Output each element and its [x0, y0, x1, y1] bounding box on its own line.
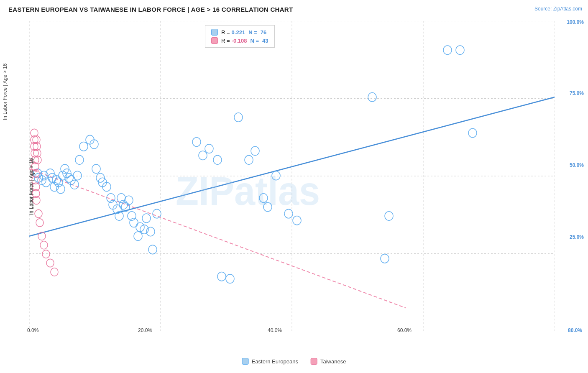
- svg-point-64: [251, 146, 259, 155]
- svg-point-94: [42, 250, 50, 258]
- svg-point-55: [153, 209, 161, 218]
- y-axis-75: 75.0%: [570, 90, 584, 96]
- eastern-label: Eastern Europeans: [252, 358, 298, 365]
- chart-title: EASTERN EUROPEAN VS TAIWANESE IN LABOR F…: [8, 6, 293, 13]
- legend-n-val-1: 76: [261, 29, 266, 36]
- svg-point-93: [40, 241, 48, 249]
- x-axis-20: 20.0%: [138, 327, 152, 333]
- svg-point-74: [456, 46, 464, 54]
- legend-n-label-2: N =: [250, 38, 259, 44]
- taiwanese-label: Taiwanese: [320, 358, 346, 365]
- svg-point-57: [199, 151, 207, 160]
- svg-point-95: [46, 259, 54, 267]
- taiwanese-swatch: [211, 37, 218, 44]
- svg-point-49: [134, 232, 142, 240]
- legend-r-label-2: R =: [221, 38, 230, 44]
- svg-point-59: [213, 156, 222, 164]
- svg-point-75: [468, 128, 477, 137]
- svg-point-70: [368, 93, 376, 102]
- chart-svg: ZIPatlas: [29, 21, 555, 331]
- svg-point-52: [142, 214, 151, 222]
- y-axis-50: 50.0%: [570, 162, 584, 168]
- svg-point-35: [92, 164, 100, 173]
- svg-point-73: [443, 46, 452, 54]
- chart-container: EASTERN EUROPEAN VS TAIWANESE IN LABOR F…: [0, 0, 588, 373]
- legend-row-taiwanese: R = -0.108 N = 43: [211, 37, 268, 44]
- svg-point-58: [205, 144, 213, 153]
- legend-taiwanese: Taiwanese: [311, 358, 346, 365]
- taiwanese-bottom-swatch: [311, 358, 317, 365]
- eastern-swatch: [211, 29, 218, 36]
- svg-point-32: [79, 142, 88, 151]
- legend-r-val-2: -0.108: [232, 38, 247, 44]
- legend-row-eastern: R = 0.221 N = 76: [211, 29, 268, 36]
- y-axis-title-rotated: In Labor Force | Age > 16: [2, 63, 8, 120]
- svg-point-62: [234, 113, 243, 122]
- svg-point-56: [192, 138, 201, 146]
- svg-point-72: [385, 212, 393, 220]
- svg-point-30: [73, 171, 82, 180]
- x-axis-60: 60.0%: [397, 327, 412, 333]
- legend-r-val-1: 0.221: [232, 29, 245, 36]
- source-label: Source: ZipAtlas.com: [534, 6, 582, 12]
- bottom-legend: Eastern Europeans Taiwanese: [242, 358, 346, 365]
- x-axis-80: 80.0%: [568, 327, 582, 333]
- eastern-bottom-swatch: [242, 358, 249, 365]
- legend-r-label-1: R =: [221, 29, 230, 36]
- svg-point-54: [148, 245, 157, 254]
- legend-n-val-2: 43: [262, 38, 268, 44]
- svg-point-60: [217, 272, 226, 281]
- legend-box: R = 0.221 N = 76 R = -0.108 N = 43: [205, 25, 275, 48]
- x-axis-40: 40.0%: [268, 327, 282, 333]
- svg-point-31: [75, 156, 84, 164]
- y-axis-25: 25.0%: [570, 234, 584, 240]
- y-axis-100: 100.0%: [567, 19, 584, 25]
- svg-point-96: [51, 268, 58, 276]
- x-axis-0: 0.0%: [27, 327, 38, 333]
- y-axis-title: In Labor Force | Age > 16: [28, 158, 34, 215]
- svg-point-71: [381, 254, 389, 263]
- legend-eastern-europeans: Eastern Europeans: [242, 358, 298, 365]
- svg-point-91: [36, 219, 43, 227]
- svg-point-61: [226, 274, 234, 283]
- svg-point-69: [293, 216, 301, 225]
- svg-point-46: [125, 196, 133, 204]
- svg-point-63: [245, 156, 253, 164]
- svg-text:ZIPatlas: ZIPatlas: [176, 169, 320, 214]
- legend-n-label-1: N =: [248, 29, 257, 36]
- svg-point-90: [35, 209, 42, 217]
